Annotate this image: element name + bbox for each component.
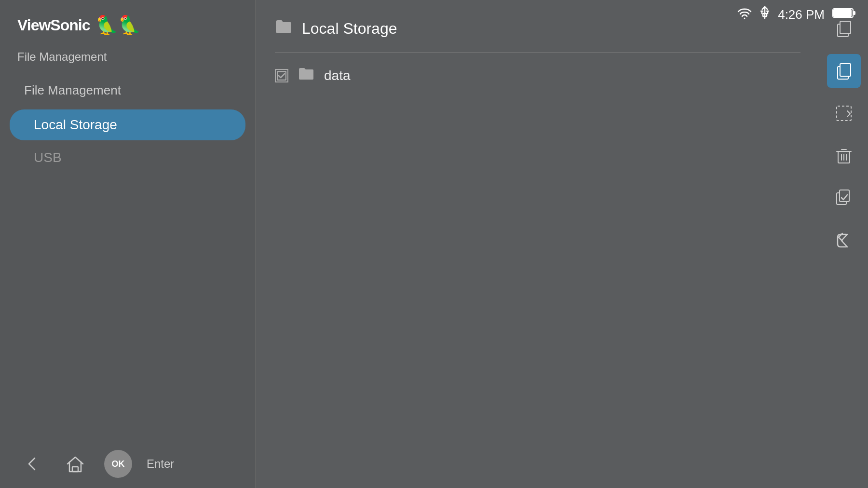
main-layout: 4:26 PM ViewSonic 🦜🦜 File Management Fil…: [0, 0, 868, 488]
delete-button[interactable]: [827, 139, 861, 173]
bottom-bar: OK Enter: [0, 440, 256, 488]
select-all-button[interactable]: [827, 181, 861, 215]
breadcrumb-text: Local Storage: [302, 20, 397, 38]
svg-rect-9: [853, 11, 855, 15]
wifi-icon: [737, 7, 752, 22]
right-toolbar: [820, 0, 868, 488]
file-folder-icon: [298, 67, 314, 84]
brand-name: ViewSonic: [17, 16, 90, 34]
status-bar: 4:26 PM: [726, 0, 868, 29]
sidebar-section-label: File Management: [0, 45, 255, 73]
logo-area: ViewSonic 🦜🦜: [0, 0, 255, 45]
battery-icon: [832, 7, 856, 22]
file-list: Local Storage data: [256, 0, 820, 488]
logo-birds: 🦜🦜: [95, 14, 141, 36]
divider: [275, 52, 800, 53]
file-name: data: [324, 68, 351, 83]
home-button[interactable]: [61, 449, 90, 478]
usb-icon: [760, 6, 770, 23]
svg-rect-10: [72, 467, 78, 472]
sidebar-item-local-storage[interactable]: Local Storage: [10, 109, 245, 140]
svg-rect-24: [840, 190, 849, 202]
content-area: Local Storage data: [256, 0, 868, 488]
clock-display: 4:26 PM: [778, 7, 825, 22]
paste-button[interactable]: [827, 54, 861, 88]
back-nav-button[interactable]: [827, 224, 861, 258]
table-row[interactable]: data: [275, 57, 800, 94]
svg-rect-8: [834, 10, 851, 16]
breadcrumb-folder-icon: [275, 19, 292, 38]
svg-point-0: [744, 18, 746, 19]
ok-button[interactable]: OK: [104, 450, 132, 478]
file-checkbox[interactable]: [275, 69, 288, 82]
sidebar-nav: File Management Local Storage USB: [0, 73, 255, 175]
svg-rect-15: [840, 64, 851, 76]
svg-rect-16: [837, 106, 851, 121]
enter-label: Enter: [147, 457, 174, 471]
sidebar: ViewSonic 🦜🦜 File Management File Manage…: [0, 0, 256, 488]
select-button[interactable]: [827, 96, 861, 130]
sidebar-item-file-management[interactable]: File Management: [10, 73, 245, 108]
sidebar-item-usb[interactable]: USB: [10, 142, 245, 173]
breadcrumb: Local Storage: [275, 14, 800, 47]
back-button[interactable]: [17, 449, 46, 478]
